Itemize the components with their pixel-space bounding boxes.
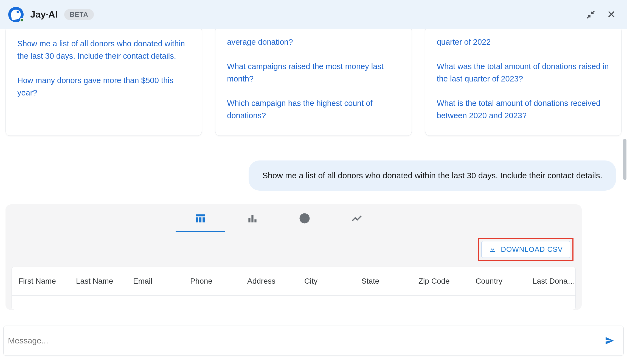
download-csv-label: DOWNLOAD CSV: [501, 245, 563, 254]
suggestion-link[interactable]: Which campaign has the highest count of …: [227, 97, 400, 122]
column-header[interactable]: First Name: [12, 277, 69, 286]
scrollbar-track[interactable]: [623, 29, 627, 216]
table-header-row: First Name Last Name Email Phone Address…: [12, 267, 575, 296]
suggestion-card: quarter of 2022 What was the total amoun…: [425, 29, 622, 136]
content-area: Show me a list of all donors who donated…: [0, 29, 627, 323]
svg-rect-4: [248, 218, 250, 222]
beta-badge: BETA: [64, 9, 94, 20]
suggestion-card: Show me a list of all donors who donated…: [5, 29, 202, 136]
suggestion-link[interactable]: What was the total amount of donations r…: [437, 60, 610, 85]
suggestion-link[interactable]: What campaigns raised the most money las…: [227, 60, 400, 85]
column-header[interactable]: Address: [241, 277, 298, 286]
tab-bar-chart[interactable]: [244, 204, 261, 232]
message-footer: [0, 321, 627, 364]
column-header[interactable]: Country: [469, 277, 526, 286]
app-logo: [8, 7, 24, 22]
column-header[interactable]: State: [355, 277, 412, 286]
user-message-bubble: Show me a list of all donors who donated…: [249, 160, 616, 191]
svg-rect-1: [196, 217, 198, 222]
tab-pie-chart[interactable]: [296, 204, 313, 232]
suggestion-card: average donation? What campaigns raised …: [215, 29, 412, 136]
suggestion-link[interactable]: quarter of 2022: [437, 36, 610, 48]
svg-rect-3: [203, 217, 205, 222]
download-csv-button[interactable]: DOWNLOAD CSV: [481, 241, 570, 258]
close-icon[interactable]: [607, 10, 616, 19]
message-input[interactable]: [8, 336, 604, 345]
app-title: Jay·AI: [30, 9, 58, 20]
svg-rect-5: [251, 215, 253, 222]
suggestion-link[interactable]: average donation?: [227, 36, 400, 48]
scrollbar-thumb[interactable]: [623, 139, 626, 180]
message-input-box: [3, 326, 624, 356]
suggestion-link[interactable]: What is the total amount of donations re…: [437, 97, 610, 122]
online-status-dot: [20, 18, 24, 22]
results-table: First Name Last Name Email Phone Address…: [12, 267, 576, 310]
column-header[interactable]: Last Name: [69, 277, 126, 286]
download-highlight: DOWNLOAD CSV: [478, 238, 573, 261]
download-icon: [489, 246, 496, 253]
table-body-empty: [12, 296, 575, 310]
suggestion-link[interactable]: Show me a list of all donors who donated…: [17, 38, 190, 62]
svg-rect-0: [196, 214, 205, 216]
column-header[interactable]: Zip Code: [412, 277, 469, 286]
tab-table[interactable]: [192, 204, 209, 232]
svg-rect-2: [199, 217, 201, 222]
suggestion-cards-row: Show me a list of all donors who donated…: [5, 29, 622, 136]
svg-rect-6: [254, 219, 256, 222]
tab-line-chart[interactable]: [348, 204, 365, 232]
column-header[interactable]: Last Donat…: [526, 277, 575, 286]
view-tabs: [5, 204, 582, 232]
column-header[interactable]: City: [298, 277, 355, 286]
response-panel: DOWNLOAD CSV First Name Last Name Email …: [5, 204, 582, 310]
header-bar: Jay·AI BETA: [0, 0, 627, 29]
column-header[interactable]: Phone: [184, 277, 241, 286]
send-button[interactable]: [604, 335, 615, 346]
suggestion-link[interactable]: How many donors gave more than $500 this…: [17, 74, 190, 99]
minimize-icon[interactable]: [586, 10, 596, 19]
column-header[interactable]: Email: [126, 277, 184, 286]
